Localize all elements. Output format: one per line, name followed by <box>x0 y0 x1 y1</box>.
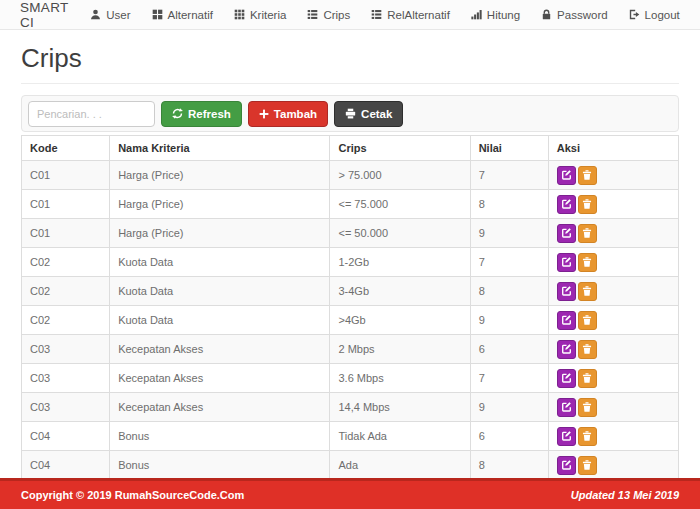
table-header-row: Kode Nama Kriteria Crips Nilai Aksi <box>22 136 679 161</box>
edit-button[interactable] <box>557 282 576 301</box>
trash-icon <box>582 284 592 299</box>
trash-icon <box>582 400 592 415</box>
delete-button[interactable] <box>578 282 597 301</box>
table-row: C03 Kecepatan Akses 2 Mbps 6 <box>22 335 679 364</box>
cell-crips: >4Gb <box>330 306 470 335</box>
delete-button[interactable] <box>578 369 597 388</box>
nav-item-label: Crips <box>323 9 350 21</box>
cell-crips: Tidak Ada <box>330 422 470 451</box>
refresh-button[interactable]: Refresh <box>161 101 242 127</box>
cell-crips: 2 Mbps <box>330 335 470 364</box>
edit-button[interactable] <box>557 369 576 388</box>
search-input[interactable] <box>28 101 155 127</box>
trash-icon <box>582 255 592 270</box>
cell-aksi <box>548 451 678 480</box>
delete-button[interactable] <box>578 166 597 185</box>
table-row: C01 Harga (Price) > 75.000 7 <box>22 161 679 190</box>
logout-icon <box>629 9 640 20</box>
edit-icon <box>561 313 572 328</box>
edit-icon <box>561 255 572 270</box>
delete-button[interactable] <box>578 456 597 475</box>
footer-updated: Updated 13 Mei 2019 <box>571 489 679 501</box>
edit-button[interactable] <box>557 195 576 214</box>
edit-button[interactable] <box>557 340 576 359</box>
list-icon <box>371 9 382 20</box>
cell-nilai: 8 <box>470 277 548 306</box>
delete-button[interactable] <box>578 427 597 446</box>
delete-button[interactable] <box>578 311 597 330</box>
edit-button[interactable] <box>557 398 576 417</box>
nav-item-label: RelAlternatif <box>387 9 450 21</box>
plus-icon <box>259 109 269 119</box>
edit-button[interactable] <box>557 166 576 185</box>
nav-item-kriteria[interactable]: Kriteria <box>234 9 286 21</box>
edit-icon <box>561 429 572 444</box>
cell-nama-kriteria: Bonus <box>110 422 330 451</box>
nav-item-crips[interactable]: Crips <box>307 9 350 21</box>
nav-item-hitung[interactable]: Hitung <box>471 9 520 21</box>
crips-table: Kode Nama Kriteria Crips Nilai Aksi C01 … <box>21 135 679 480</box>
delete-button[interactable] <box>578 224 597 243</box>
cell-nama-kriteria: Harga (Price) <box>110 190 330 219</box>
delete-button[interactable] <box>578 253 597 272</box>
delete-button[interactable] <box>578 398 597 417</box>
table-row: C02 Kuota Data >4Gb 9 <box>22 306 679 335</box>
nav-item-label: Hitung <box>487 9 520 21</box>
cell-aksi <box>548 161 678 190</box>
cell-aksi <box>548 306 678 335</box>
lock-icon <box>541 9 552 20</box>
nav-item-alternatif[interactable]: Alternatif <box>152 9 213 21</box>
nav-item-label: User <box>106 9 130 21</box>
edit-icon <box>561 371 572 386</box>
edit-button[interactable] <box>557 427 576 446</box>
cell-nilai: 7 <box>470 161 548 190</box>
cell-crips: 3.6 Mbps <box>330 364 470 393</box>
cell-kode: C04 <box>22 422 110 451</box>
header-aksi: Aksi <box>548 136 678 161</box>
nav-item-password[interactable]: Password <box>541 9 608 21</box>
user-icon <box>90 9 101 20</box>
edit-button[interactable] <box>557 456 576 475</box>
brand[interactable]: SMART CI <box>20 0 68 30</box>
trash-icon <box>582 197 592 212</box>
cell-kode: C04 <box>22 451 110 480</box>
header-nama-kriteria: Nama Kriteria <box>110 136 330 161</box>
edit-button[interactable] <box>557 224 576 243</box>
trash-icon <box>582 168 592 183</box>
table-row: C04 Bonus Ada 8 <box>22 451 679 480</box>
cell-kode: C03 <box>22 335 110 364</box>
cell-nama-kriteria: Bonus <box>110 451 330 480</box>
edit-icon <box>561 342 572 357</box>
cell-nama-kriteria: Kecepatan Akses <box>110 364 330 393</box>
cell-kode: C03 <box>22 364 110 393</box>
tambah-button[interactable]: Tambah <box>248 101 328 127</box>
print-icon <box>345 108 356 119</box>
cell-nilai: 6 <box>470 422 548 451</box>
footer-copyright: Copyright © 2019 RumahSourceCode.Com <box>21 489 244 501</box>
trash-icon <box>582 342 592 357</box>
delete-button[interactable] <box>578 195 597 214</box>
table-row: C02 Kuota Data 1-2Gb 7 <box>22 248 679 277</box>
trash-icon <box>582 429 592 444</box>
nav-item-relalternatif[interactable]: RelAlternatif <box>371 9 450 21</box>
nav-item-user[interactable]: User <box>90 9 130 21</box>
cell-nilai: 7 <box>470 364 548 393</box>
nav-item-logout[interactable]: Logout <box>629 9 680 21</box>
edit-button[interactable] <box>557 311 576 330</box>
cell-kode: C01 <box>22 190 110 219</box>
delete-button[interactable] <box>578 340 597 359</box>
cell-nama-kriteria: Kecepatan Akses <box>110 335 330 364</box>
header-crips: Crips <box>330 136 470 161</box>
cell-kode: C01 <box>22 219 110 248</box>
cell-aksi <box>548 364 678 393</box>
edit-button[interactable] <box>557 253 576 272</box>
header-kode: Kode <box>22 136 110 161</box>
cell-nilai: 9 <box>470 393 548 422</box>
cell-kode: C03 <box>22 393 110 422</box>
cell-nama-kriteria: Kuota Data <box>110 306 330 335</box>
cetak-button[interactable]: Cetak <box>334 101 403 127</box>
toolbar-panel: Refresh Tambah Cetak <box>21 95 679 132</box>
edit-icon <box>561 458 572 473</box>
footer: Copyright © 2019 RumahSourceCode.Com Upd… <box>0 478 700 509</box>
title-divider <box>21 83 679 84</box>
